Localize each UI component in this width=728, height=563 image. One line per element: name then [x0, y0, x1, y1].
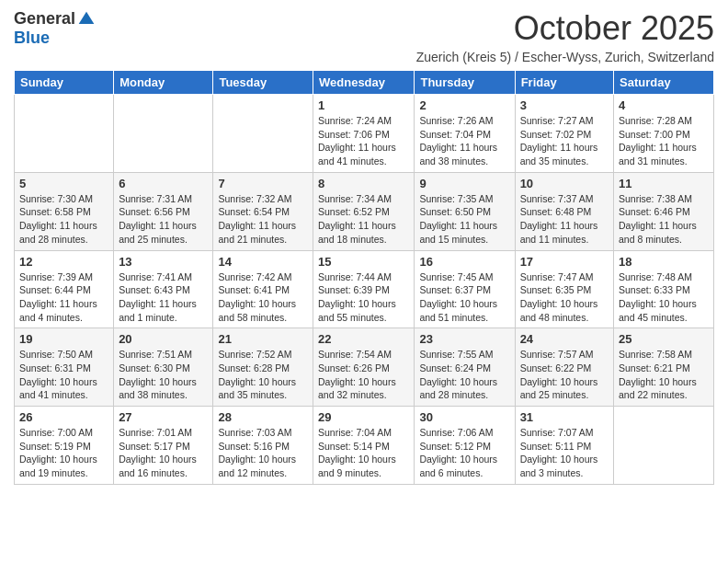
- col-tuesday: Tuesday: [213, 71, 313, 95]
- day-number: 10: [520, 177, 609, 190]
- month-title: October 2025: [416, 9, 714, 48]
- day-number: 11: [619, 177, 709, 190]
- day-number: 21: [218, 332, 308, 346]
- logo-general-text: General: [14, 9, 75, 29]
- table-row: 2Sunrise: 7:26 AM Sunset: 7:04 PM Daylig…: [415, 95, 515, 173]
- table-row: 16Sunrise: 7:45 AM Sunset: 6:37 PM Dayli…: [415, 250, 515, 328]
- day-number: 12: [19, 255, 108, 269]
- day-info: Sunrise: 7:54 AM Sunset: 6:26 PM Dayligh…: [318, 348, 409, 402]
- day-info: Sunrise: 7:55 AM Sunset: 6:24 PM Dayligh…: [419, 348, 509, 402]
- table-row: 22Sunrise: 7:54 AM Sunset: 6:26 PM Dayli…: [313, 328, 415, 407]
- table-row: 27Sunrise: 7:01 AM Sunset: 5:17 PM Dayli…: [114, 407, 213, 485]
- day-number: 6: [119, 177, 208, 190]
- day-number: 29: [318, 410, 409, 424]
- day-number: 15: [318, 255, 409, 269]
- day-info: Sunrise: 7:52 AM Sunset: 6:28 PM Dayligh…: [218, 348, 308, 402]
- table-row: 12Sunrise: 7:39 AM Sunset: 6:44 PM Dayli…: [15, 250, 114, 328]
- table-row: 30Sunrise: 7:06 AM Sunset: 5:12 PM Dayli…: [415, 407, 515, 485]
- calendar-week-row: 5Sunrise: 7:30 AM Sunset: 6:58 PM Daylig…: [15, 172, 714, 250]
- logo-blue-text: Blue: [14, 29, 50, 48]
- day-info: Sunrise: 7:34 AM Sunset: 6:52 PM Dayligh…: [318, 192, 409, 247]
- day-info: Sunrise: 7:48 AM Sunset: 6:33 PM Dayligh…: [619, 270, 709, 325]
- table-row: [213, 95, 313, 173]
- table-row: [114, 95, 213, 173]
- col-saturday: Saturday: [614, 71, 714, 95]
- day-info: Sunrise: 7:35 AM Sunset: 6:50 PM Dayligh…: [419, 192, 509, 247]
- day-info: Sunrise: 7:30 AM Sunset: 6:58 PM Dayligh…: [19, 192, 108, 247]
- day-number: 14: [218, 255, 308, 269]
- table-row: 19Sunrise: 7:50 AM Sunset: 6:31 PM Dayli…: [15, 328, 114, 407]
- table-row: 14Sunrise: 7:42 AM Sunset: 6:41 PM Dayli…: [213, 250, 313, 328]
- table-row: 25Sunrise: 7:58 AM Sunset: 6:21 PM Dayli…: [614, 328, 714, 407]
- day-number: 20: [119, 332, 208, 346]
- table-row: 20Sunrise: 7:51 AM Sunset: 6:30 PM Dayli…: [114, 328, 213, 407]
- day-info: Sunrise: 7:07 AM Sunset: 5:11 PM Dayligh…: [520, 426, 609, 480]
- day-number: 24: [520, 332, 609, 346]
- day-number: 7: [218, 177, 308, 190]
- table-row: 3Sunrise: 7:27 AM Sunset: 7:02 PM Daylig…: [515, 95, 613, 173]
- day-info: Sunrise: 7:06 AM Sunset: 5:12 PM Dayligh…: [419, 426, 509, 480]
- header: General Blue October 2025 Zuerich (Kreis…: [14, 9, 714, 64]
- day-info: Sunrise: 7:44 AM Sunset: 6:39 PM Dayligh…: [318, 270, 409, 325]
- day-info: Sunrise: 7:04 AM Sunset: 5:14 PM Dayligh…: [318, 426, 409, 480]
- day-info: Sunrise: 7:42 AM Sunset: 6:41 PM Dayligh…: [218, 270, 308, 325]
- col-monday: Monday: [114, 71, 213, 95]
- table-row: 11Sunrise: 7:38 AM Sunset: 6:46 PM Dayli…: [614, 172, 714, 250]
- table-row: 4Sunrise: 7:28 AM Sunset: 7:00 PM Daylig…: [614, 95, 714, 173]
- day-number: 17: [520, 255, 609, 269]
- day-number: 13: [119, 255, 208, 269]
- day-number: 23: [419, 332, 509, 346]
- table-row: 5Sunrise: 7:30 AM Sunset: 6:58 PM Daylig…: [15, 172, 114, 250]
- calendar-week-row: 19Sunrise: 7:50 AM Sunset: 6:31 PM Dayli…: [15, 328, 714, 407]
- day-number: 28: [218, 410, 308, 424]
- day-info: Sunrise: 7:37 AM Sunset: 6:48 PM Dayligh…: [520, 192, 609, 247]
- table-row: 18Sunrise: 7:48 AM Sunset: 6:33 PM Dayli…: [614, 250, 714, 328]
- day-info: Sunrise: 7:57 AM Sunset: 6:22 PM Dayligh…: [520, 348, 609, 402]
- day-number: 26: [19, 410, 108, 424]
- day-info: Sunrise: 7:38 AM Sunset: 6:46 PM Dayligh…: [619, 192, 709, 247]
- day-number: 1: [318, 98, 409, 112]
- day-info: Sunrise: 7:41 AM Sunset: 6:43 PM Dayligh…: [119, 270, 208, 325]
- table-row: 15Sunrise: 7:44 AM Sunset: 6:39 PM Dayli…: [313, 250, 415, 328]
- svg-marker-0: [79, 11, 95, 23]
- col-wednesday: Wednesday: [313, 71, 415, 95]
- table-row: 9Sunrise: 7:35 AM Sunset: 6:50 PM Daylig…: [415, 172, 515, 250]
- day-number: 4: [619, 98, 709, 112]
- calendar-week-row: 12Sunrise: 7:39 AM Sunset: 6:44 PM Dayli…: [15, 250, 714, 328]
- day-info: Sunrise: 7:26 AM Sunset: 7:04 PM Dayligh…: [419, 114, 509, 168]
- table-row: 17Sunrise: 7:47 AM Sunset: 6:35 PM Dayli…: [515, 250, 613, 328]
- day-info: Sunrise: 7:50 AM Sunset: 6:31 PM Dayligh…: [19, 348, 108, 402]
- day-info: Sunrise: 7:01 AM Sunset: 5:17 PM Dayligh…: [119, 426, 208, 480]
- table-row: 29Sunrise: 7:04 AM Sunset: 5:14 PM Dayli…: [313, 407, 415, 485]
- day-info: Sunrise: 7:31 AM Sunset: 6:56 PM Dayligh…: [119, 192, 208, 247]
- day-info: Sunrise: 7:27 AM Sunset: 7:02 PM Dayligh…: [520, 114, 609, 168]
- col-thursday: Thursday: [415, 71, 515, 95]
- day-info: Sunrise: 7:32 AM Sunset: 6:54 PM Dayligh…: [218, 192, 308, 247]
- page: General Blue October 2025 Zuerich (Kreis…: [0, 0, 728, 563]
- logo: General Blue: [14, 9, 96, 48]
- table-row: 23Sunrise: 7:55 AM Sunset: 6:24 PM Dayli…: [415, 328, 515, 407]
- day-info: Sunrise: 7:00 AM Sunset: 5:19 PM Dayligh…: [19, 426, 108, 480]
- day-info: Sunrise: 7:39 AM Sunset: 6:44 PM Dayligh…: [19, 270, 108, 325]
- calendar-week-row: 26Sunrise: 7:00 AM Sunset: 5:19 PM Dayli…: [15, 407, 714, 485]
- day-info: Sunrise: 7:47 AM Sunset: 6:35 PM Dayligh…: [520, 270, 609, 325]
- day-info: Sunrise: 7:45 AM Sunset: 6:37 PM Dayligh…: [419, 270, 509, 325]
- calendar: Sunday Monday Tuesday Wednesday Thursday…: [14, 70, 714, 485]
- table-row: 6Sunrise: 7:31 AM Sunset: 6:56 PM Daylig…: [114, 172, 213, 250]
- title-area: October 2025 Zuerich (Kreis 5) / Escher-…: [416, 9, 714, 64]
- table-row: 28Sunrise: 7:03 AM Sunset: 5:16 PM Dayli…: [213, 407, 313, 485]
- calendar-week-row: 1Sunrise: 7:24 AM Sunset: 7:06 PM Daylig…: [15, 95, 714, 173]
- day-number: 3: [520, 98, 609, 112]
- day-info: Sunrise: 7:28 AM Sunset: 7:00 PM Dayligh…: [619, 114, 709, 168]
- table-row: [614, 407, 714, 485]
- table-row: 31Sunrise: 7:07 AM Sunset: 5:11 PM Dayli…: [515, 407, 613, 485]
- table-row: [15, 95, 114, 173]
- day-number: 5: [19, 177, 108, 190]
- table-row: 13Sunrise: 7:41 AM Sunset: 6:43 PM Dayli…: [114, 250, 213, 328]
- subtitle: Zuerich (Kreis 5) / Escher-Wyss, Zurich,…: [416, 50, 714, 64]
- day-number: 8: [318, 177, 409, 190]
- day-number: 25: [619, 332, 709, 346]
- day-number: 27: [119, 410, 208, 424]
- table-row: 1Sunrise: 7:24 AM Sunset: 7:06 PM Daylig…: [313, 95, 415, 173]
- day-info: Sunrise: 7:51 AM Sunset: 6:30 PM Dayligh…: [119, 348, 208, 402]
